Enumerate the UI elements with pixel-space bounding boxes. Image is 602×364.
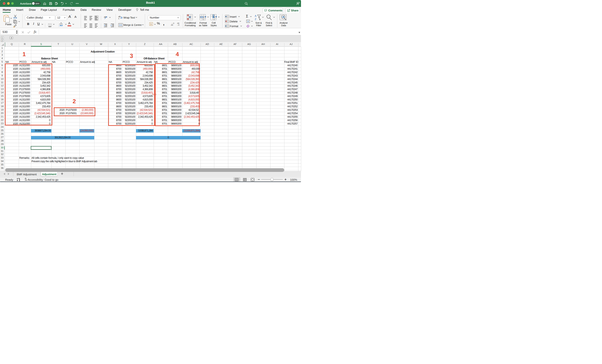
svg-text:Z: Z bbox=[255, 18, 256, 21]
svg-text:A: A bbox=[255, 14, 257, 17]
svg-text:c: c bbox=[118, 17, 119, 20]
svg-text:ab: ab bbox=[104, 16, 106, 18]
svg-text:.00: .00 bbox=[171, 24, 173, 26]
svg-text:$: $ bbox=[150, 23, 152, 26]
svg-text:→0: →0 bbox=[177, 24, 179, 26]
